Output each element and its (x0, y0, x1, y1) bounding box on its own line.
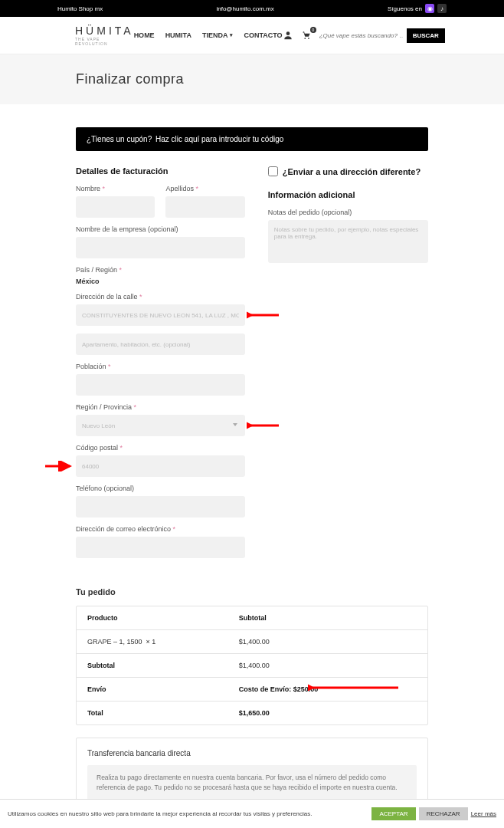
social-wrap: Síguenos en ◉ ♪ (388, 4, 447, 13)
label-region: Región / Provincia * (76, 403, 245, 411)
select-region[interactable] (76, 415, 245, 436)
cookie-actions: ACEPTAR RECHAZAR Leer más (371, 807, 496, 820)
label-nombre: Nombre * (76, 185, 155, 192)
order-item: GRAPE – 1, 1500 × 1 (87, 638, 239, 646)
svg-point-1 (304, 38, 306, 39)
order-title: Tu pedido (76, 587, 428, 596)
top-email[interactable]: info@humito.com.mx (216, 5, 273, 12)
shipping-column: ¿Enviar a una dirección diferente? Infor… (268, 166, 428, 566)
coupon-question: ¿Tienes un cupón? (87, 135, 152, 143)
cookie-read-more[interactable]: Leer más (471, 810, 496, 817)
label-apellidos: Apellidos * (165, 185, 244, 192)
input-direccion[interactable] (76, 304, 245, 326)
tiktok-icon[interactable]: ♪ (437, 4, 447, 13)
search-input[interactable] (319, 32, 404, 39)
cookie-reject-button[interactable]: RECHAZAR (419, 807, 468, 820)
order-item-price: $1,400.00 (239, 638, 417, 646)
label-poblacion: Población * (76, 363, 245, 370)
input-poblacion[interactable] (76, 374, 245, 396)
logo[interactable]: HÜMITA THE VAPE REVOLUTION (75, 25, 134, 46)
label-cp: Código postal * (76, 444, 245, 452)
cart-icon[interactable] (301, 30, 312, 41)
page-title: Finalizar compra (76, 71, 428, 87)
chevron-down-icon: ▾ (230, 32, 233, 38)
notes-label: Notas del pedido (opcional) (268, 209, 428, 216)
label-email: Dirección de correo electrónico * (76, 525, 245, 533)
envio-value: Costo de Envío: $250.00 (239, 685, 417, 693)
input-telefono[interactable] (76, 496, 245, 518)
envio-label: Envío (87, 685, 239, 693)
subtotal-value: $1,400.00 (239, 662, 417, 669)
coupon-link[interactable]: Haz clic aquí para introducir tu código (155, 135, 283, 143)
th-producto: Producto (87, 614, 239, 622)
input-email[interactable] (76, 537, 245, 558)
svg-point-2 (308, 38, 309, 39)
ship-different-checkbox[interactable] (268, 166, 278, 176)
input-apartamento[interactable] (76, 334, 245, 355)
label-pais: País / Región * (76, 266, 245, 274)
checkout-grid: Detalles de facturación Nombre * Apellid… (76, 166, 428, 566)
notes-textarea[interactable] (268, 220, 428, 263)
cookie-bar: Utilizamos cookies en nuestro sitio web … (0, 799, 504, 828)
nav-tienda[interactable]: TIENDA▾ (202, 31, 234, 39)
total-value: $1,650.00 (239, 709, 417, 717)
subtotal-label: Subtotal (87, 662, 239, 669)
payment-method: Transferencia bancaria directa (87, 749, 417, 757)
input-nombre[interactable] (76, 196, 155, 218)
input-empresa[interactable] (76, 237, 245, 258)
search-button[interactable]: BUSCAR (407, 28, 445, 43)
shop-name: Humito Shop mx (57, 5, 103, 12)
user-icon[interactable] (283, 30, 293, 41)
follow-label: Síguenos en (388, 5, 422, 12)
instagram-icon[interactable]: ◉ (425, 4, 434, 13)
billing-title: Detalles de facturación (76, 166, 245, 176)
label-telefono: Teléfono (opcional) (76, 485, 245, 492)
cookie-text: Utilizamos cookies en nuestro sitio web … (8, 810, 313, 817)
nav-humita[interactable]: HUMITA (165, 31, 191, 39)
logo-sub: THE VAPE REVOLUTION (75, 37, 134, 46)
header-right: BUSCAR (283, 28, 445, 43)
logo-text: HÜMITA (75, 25, 134, 37)
info-adicional-title: Información adicional (268, 190, 428, 199)
nav-contacto[interactable]: CONTACTO (244, 31, 282, 39)
billing-column: Detalles de facturación Nombre * Apellid… (76, 166, 245, 566)
ship-different-label[interactable]: ¿Enviar a una dirección diferente? (268, 166, 428, 176)
search-wrap: BUSCAR (319, 28, 445, 43)
arrow-annotation-cp (44, 461, 74, 472)
label-direccion: Dirección de la calle * (76, 293, 245, 301)
th-subtotal: Subtotal (239, 614, 417, 622)
svg-point-0 (286, 31, 290, 35)
label-empresa: Nombre de la empresa (opcional) (76, 225, 245, 233)
top-bar: Humito Shop mx info@humito.com.mx Síguen… (0, 0, 504, 17)
cookie-accept-button[interactable]: ACEPTAR (371, 807, 415, 820)
order-table: Producto Subtotal GRAPE – 1, 1500 × 1 $1… (76, 606, 428, 725)
input-cp[interactable] (76, 455, 245, 477)
pais-value: México (76, 278, 245, 285)
main-nav: HOME HUMITA TIENDA▾ CONTACTO (134, 31, 283, 39)
input-apellidos[interactable] (165, 196, 244, 218)
title-strip: Finalizar compra (0, 54, 504, 104)
total-label: Total (87, 709, 239, 717)
coupon-bar: ¿Tienes un cupón? Haz clic aquí para int… (76, 127, 428, 151)
nav-home[interactable]: HOME (134, 31, 155, 39)
main-header: HÜMITA THE VAPE REVOLUTION HOME HUMITA T… (0, 17, 504, 54)
payment-description: Realiza tu pago directamente en nuestra … (87, 765, 417, 800)
